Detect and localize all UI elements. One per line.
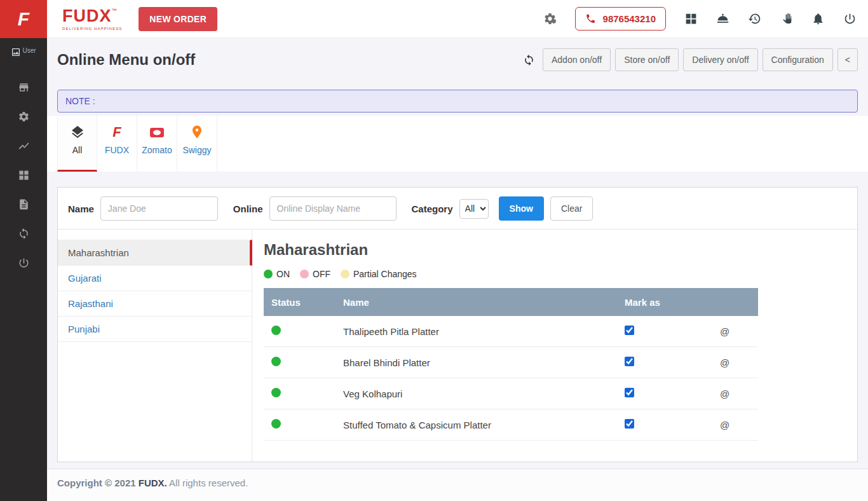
legend-off: OFF — [300, 269, 330, 279]
tab-all-label: All — [72, 145, 83, 155]
store-icon — [18, 81, 30, 93]
table-row: Bharel Bhindi Platter @ — [264, 347, 758, 378]
footer-copyright: Copyright © 2021 — [57, 477, 136, 488]
legend-on: ON — [264, 269, 290, 279]
app-window: F User FUDX ™ DELIVERING HAPPINESS — [0, 0, 868, 501]
table-row: Veg Kolhapuri @ — [264, 378, 758, 409]
sidebar-logo[interactable]: F — [0, 0, 47, 38]
addon-onoff-button[interactable]: Addon on/off — [543, 48, 611, 71]
tab-swiggy[interactable]: Swiggy — [177, 116, 217, 172]
gear-icon — [18, 111, 30, 123]
category-item-maharashtrian[interactable]: Maharashtrian — [58, 240, 252, 266]
broken-image-icon — [11, 47, 21, 57]
category-label: Category — [412, 203, 453, 214]
table-row: Thalipeeth Pitla Platter @ — [264, 316, 758, 347]
avatar[interactable]: User — [11, 47, 36, 57]
online-input[interactable] — [269, 196, 397, 221]
page-head: Online Menu on/off Addon on/off Store on… — [47, 38, 868, 81]
power-icon — [18, 257, 30, 269]
show-button[interactable]: Show — [499, 196, 544, 221]
mark-as-checkbox[interactable] — [625, 357, 634, 366]
status-legend: ON OFF Partial Changes — [264, 269, 846, 279]
category-item-gujarati[interactable]: Gujarati — [58, 266, 252, 291]
category-select[interactable]: All — [459, 199, 489, 219]
off-dot-icon — [300, 270, 309, 278]
refresh-button[interactable] — [519, 50, 538, 69]
refresh-icon — [523, 54, 535, 66]
apps-grid-icon[interactable] — [684, 12, 698, 25]
tab-all[interactable]: All — [57, 116, 97, 172]
footer: Copyright © 2021 FUDX. All rights reserv… — [47, 469, 868, 501]
sidebar-item-sync[interactable] — [11, 226, 36, 240]
fudx-logo-icon: F — [112, 124, 121, 141]
bell-icon[interactable] — [811, 12, 825, 25]
detail-panel: Maharashtrian ON OFF Partial Changes — [252, 230, 857, 462]
online-label: Online — [233, 203, 263, 214]
configuration-button[interactable]: Configuration — [763, 48, 833, 71]
tab-fudx[interactable]: F FUDX — [97, 116, 137, 172]
legend-off-label: OFF — [313, 269, 330, 279]
page-title: Online Menu on/off — [57, 51, 195, 69]
phone-button[interactable]: 9876543210 — [575, 7, 666, 31]
partial-dot-icon — [341, 270, 349, 278]
category-item-punjabi[interactable]: Punjabi — [58, 317, 252, 342]
sidebar-item-reports[interactable] — [11, 139, 36, 153]
document-icon — [18, 198, 30, 210]
on-dot-icon — [264, 270, 273, 278]
food-cloche-icon[interactable] — [716, 12, 729, 25]
header-name: Name — [343, 297, 625, 308]
history-icon[interactable] — [748, 12, 761, 25]
channel-tabs: All F FUDX Zomato — [47, 116, 868, 172]
tab-fudx-label: FUDX — [105, 145, 129, 155]
settings-gears-icon[interactable] — [543, 12, 557, 25]
filter-row: Name Online Category All Show Clear — [58, 188, 857, 229]
legend-on-label: ON — [276, 269, 290, 279]
at-link[interactable]: @ — [720, 326, 758, 337]
category-list: Maharashtrian Gujarati Rajasthani Punjab… — [58, 230, 252, 462]
menu-card: Name Online Category All Show Clear Maha… — [57, 187, 858, 462]
name-label: Name — [68, 203, 94, 214]
clear-button[interactable]: Clear — [550, 196, 593, 221]
status-on-icon — [271, 388, 281, 397]
top-bar: FUDX ™ DELIVERING HAPPINESS NEW ORDER 98… — [47, 0, 868, 38]
delivery-onoff-button[interactable]: Delivery on/off — [683, 48, 757, 71]
hand-icon[interactable] — [780, 12, 793, 25]
sidebar-item-store[interactable] — [11, 80, 36, 94]
brand-logo[interactable]: FUDX ™ DELIVERING HAPPINESS — [62, 8, 122, 31]
mark-as-checkbox[interactable] — [625, 388, 634, 397]
sidebar-item-logout[interactable] — [11, 256, 36, 270]
status-on-icon — [271, 326, 281, 335]
header-mark-as: Mark as — [625, 297, 720, 308]
at-link[interactable]: @ — [720, 357, 758, 368]
mark-as-checkbox[interactable] — [625, 326, 634, 335]
collapse-button[interactable]: < — [837, 48, 858, 71]
category-item-rajasthani[interactable]: Rajasthani — [58, 291, 252, 317]
item-name: Thalipeeth Pitla Platter — [343, 326, 625, 337]
at-link[interactable]: @ — [720, 420, 758, 430]
name-input[interactable] — [100, 196, 218, 221]
legend-partial: Partial Changes — [341, 269, 417, 279]
grid-icon — [18, 169, 30, 181]
footer-brand: FUDX. — [139, 477, 167, 488]
detail-heading: Maharashtrian — [264, 241, 846, 259]
card-body: Maharashtrian Gujarati Rajasthani Punjab… — [58, 229, 857, 462]
item-name: Stuffed Tomato & Capsicum Platter — [343, 420, 625, 430]
brand-name: FUDX — [62, 8, 112, 25]
new-order-button[interactable]: NEW ORDER — [139, 7, 217, 31]
menu-table: Status Name Mark as Thalipeeth Pitla Pla… — [264, 288, 758, 441]
tab-zomato[interactable]: Zomato — [137, 116, 177, 172]
chart-icon — [18, 140, 30, 152]
footer-rights: All rights reserved. — [169, 477, 248, 488]
mark-as-checkbox[interactable] — [625, 419, 634, 429]
item-name: Veg Kolhapuri — [343, 388, 625, 399]
legend-partial-label: Partial Changes — [353, 269, 417, 279]
at-link[interactable]: @ — [720, 388, 758, 399]
store-onoff-button[interactable]: Store on/off — [615, 48, 679, 71]
zomato-logo-icon — [149, 125, 165, 140]
power-icon[interactable] — [843, 12, 857, 25]
sidebar-item-settings[interactable] — [11, 109, 36, 123]
main-column: FUDX ™ DELIVERING HAPPINESS NEW ORDER 98… — [47, 0, 868, 501]
sidebar-item-dashboard[interactable] — [11, 168, 36, 182]
tab-zomato-label: Zomato — [142, 145, 172, 155]
sidebar-item-documents[interactable] — [11, 197, 36, 211]
